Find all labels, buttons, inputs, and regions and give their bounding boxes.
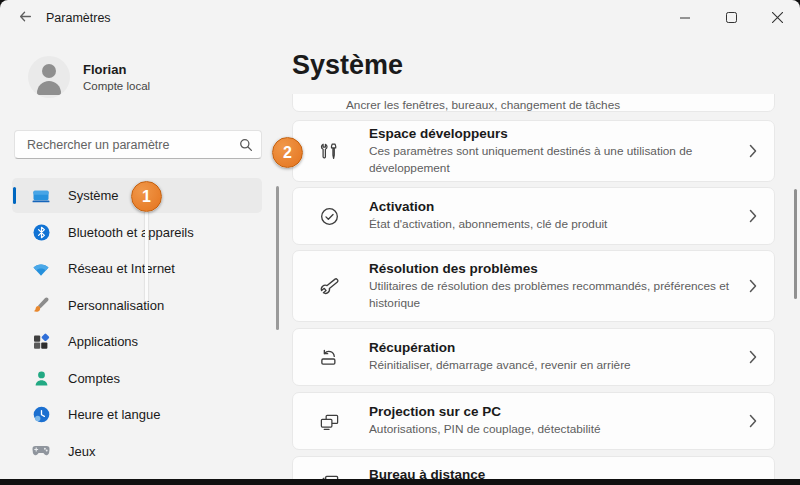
- settings-card-multitache-partial[interactable]: Ancrer les fenêtres, bureaux, changement…: [292, 94, 775, 112]
- sidebar-item-label: Comptes: [68, 371, 120, 386]
- settings-scroll-area: Ancrer les fenêtres, bureaux, changement…: [292, 94, 775, 479]
- back-button[interactable]: [10, 6, 40, 30]
- remote-desktop-icon: [317, 467, 341, 479]
- card-title: Bureau à distance: [369, 467, 752, 479]
- settings-window: Paramètres Florian: [0, 0, 800, 479]
- clock-globe-icon: [32, 406, 50, 424]
- apps-grid-icon: [32, 333, 50, 351]
- wrench-icon: [317, 274, 341, 298]
- chevron-right-icon: [746, 350, 760, 364]
- settings-card-resolution-problemes[interactable]: Résolution des problèmes Utilitaires de …: [292, 250, 775, 322]
- chevron-right-icon: [746, 279, 760, 293]
- recovery-arrow-icon: [317, 345, 341, 369]
- card-subtitle: Autorisations, PIN de couplage, détectab…: [369, 421, 738, 438]
- main-scrollbar[interactable]: [794, 189, 797, 299]
- sidebar-item-label: Heure et langue: [68, 407, 161, 422]
- titlebar: Paramètres: [0, 0, 800, 36]
- sidebar-item-bluetooth[interactable]: Bluetooth et appareils: [12, 215, 262, 250]
- sidebar-item-label: Réseau et Internet: [68, 261, 175, 276]
- desktop-background: Paramètres Florian: [0, 0, 800, 485]
- settings-card-bureau-distance[interactable]: Bureau à distance: [292, 456, 775, 479]
- bluetooth-icon: [32, 223, 50, 241]
- chevron-right-icon: [746, 414, 760, 428]
- user-name: Florian: [83, 62, 150, 77]
- main-content: Système Ancrer les fenêtres, bureaux, ch…: [283, 36, 800, 479]
- close-button[interactable]: [754, 0, 800, 36]
- gamepad-icon: [32, 442, 50, 460]
- card-subtitle: Ancrer les fenêtres, bureaux, changement…: [346, 97, 620, 112]
- sidebar-item-jeux[interactable]: Jeux: [12, 434, 262, 469]
- card-title: Projection sur ce PC: [369, 404, 738, 419]
- sidebar-scrollbar[interactable]: [276, 186, 279, 330]
- chevron-right-icon: [746, 144, 760, 158]
- sidebar-item-label: Bluetooth et appareils: [68, 225, 194, 240]
- settings-card-activation[interactable]: Activation État d'activation, abonnement…: [292, 187, 775, 245]
- sidebar-item-label: Jeux: [68, 444, 95, 459]
- card-subtitle: État d'activation, abonnements, clé de p…: [369, 216, 738, 233]
- close-icon: [772, 11, 783, 26]
- dual-screens-icon: [317, 409, 341, 433]
- account-type: Compte local: [83, 80, 150, 92]
- card-subtitle: Ces paramètres sont uniquement destinés …: [369, 143, 738, 176]
- user-account-row[interactable]: Florian Compte local: [28, 56, 150, 98]
- annotation-step-2: 2: [272, 137, 303, 168]
- card-title: Espace développeurs: [369, 126, 738, 141]
- dev-tools-icon: [317, 139, 341, 163]
- person-icon: [32, 369, 50, 387]
- wifi-icon: [32, 260, 50, 278]
- sidebar: Florian Compte local Système: [0, 36, 283, 479]
- card-title: Activation: [369, 199, 738, 214]
- system-laptop-icon: [32, 187, 50, 205]
- selected-accent-bar: [13, 187, 16, 204]
- search-icon: [237, 138, 261, 152]
- sidebar-item-comptes[interactable]: Comptes: [12, 361, 262, 396]
- sidebar-item-applications[interactable]: Applications: [12, 324, 262, 359]
- card-subtitle: Utilitaires de résolution des problèmes …: [369, 278, 738, 311]
- search-box[interactable]: [14, 130, 262, 159]
- back-arrow-icon: [18, 9, 33, 27]
- maximize-icon: [726, 11, 737, 26]
- check-badge-icon: [317, 204, 341, 228]
- paintbrush-icon: [32, 296, 50, 314]
- caption-buttons: [662, 0, 800, 36]
- settings-card-projection[interactable]: Projection sur ce PC Autorisations, PIN …: [292, 392, 775, 450]
- sidebar-item-reseau[interactable]: Réseau et Internet: [12, 251, 262, 286]
- window-title: Paramètres: [46, 11, 111, 25]
- card-title: Récupération: [369, 340, 738, 355]
- maximize-button[interactable]: [708, 0, 754, 36]
- sidebar-nav: Système Bluetooth et appareils Réseau et…: [12, 178, 262, 470]
- card-title: Résolution des problèmes: [369, 261, 738, 276]
- minimize-icon: [680, 11, 690, 26]
- settings-card-recuperation[interactable]: Récupération Réinitialiser, démarrage av…: [292, 328, 775, 386]
- settings-card-espace-developpeurs[interactable]: Espace développeurs Ces paramètres sont …: [292, 120, 775, 182]
- sidebar-item-label: Applications: [68, 334, 138, 349]
- sidebar-item-label: Système: [68, 188, 119, 203]
- card-subtitle: Réinitialiser, démarrage avancé, revenir…: [369, 357, 738, 374]
- annotation-step-1: 1: [131, 181, 162, 212]
- sidebar-item-heure-langue[interactable]: Heure et langue: [12, 397, 262, 432]
- avatar: [28, 56, 70, 98]
- search-input[interactable]: [15, 138, 237, 152]
- chevron-right-icon: [746, 209, 760, 223]
- sidebar-item-personnalisation[interactable]: Personnalisation: [12, 288, 262, 323]
- annotation-stem-line: [145, 211, 148, 301]
- minimize-button[interactable]: [662, 0, 708, 36]
- page-title: Système: [292, 50, 403, 81]
- sidebar-item-label: Personnalisation: [68, 298, 164, 313]
